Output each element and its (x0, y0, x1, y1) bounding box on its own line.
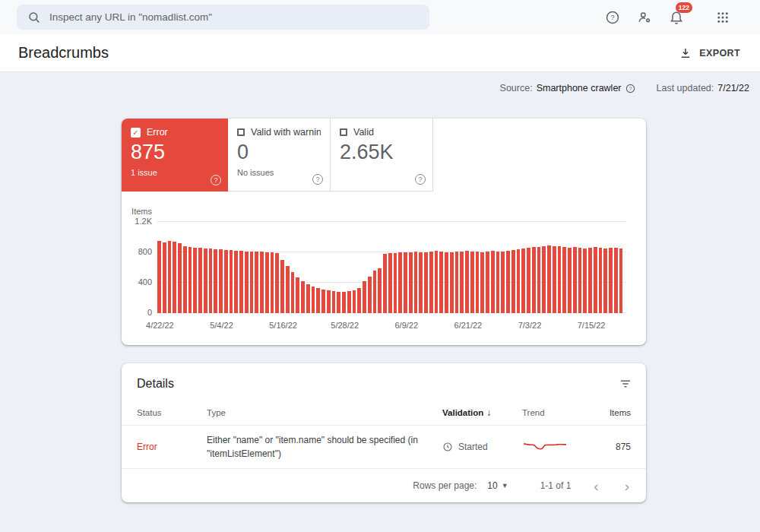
chart-bar[interactable] (501, 252, 505, 313)
chart-bar[interactable] (183, 246, 187, 313)
help-icon[interactable]: ? (625, 84, 635, 93)
chart-bar[interactable] (214, 249, 217, 314)
chart-bar[interactable] (286, 266, 290, 313)
rows-per-page-select[interactable]: 10 ▼ (487, 480, 508, 491)
help-button[interactable]: ? (603, 8, 622, 27)
chart-bar[interactable] (337, 292, 340, 314)
chart-bar[interactable] (301, 281, 305, 313)
chart-bar[interactable] (445, 252, 448, 314)
chart-bar[interactable] (547, 245, 551, 313)
chart-bar[interactable] (450, 252, 454, 313)
chart-bar[interactable] (260, 252, 264, 313)
chart-bar[interactable] (578, 248, 582, 314)
chart-bar[interactable] (224, 250, 228, 314)
chart-bar[interactable] (209, 249, 213, 313)
chart-bar[interactable] (188, 247, 192, 313)
chart-bar[interactable] (517, 249, 521, 313)
chart-bar[interactable] (321, 290, 325, 313)
chart-bar[interactable] (378, 268, 382, 313)
chart-bar[interactable] (388, 253, 392, 313)
chart-bar[interactable] (424, 252, 428, 313)
help-icon[interactable]: ? (211, 175, 221, 185)
notifications-button[interactable]: 122 (667, 8, 686, 27)
apps-grid-button[interactable] (714, 9, 731, 26)
chart-bar[interactable] (562, 247, 566, 313)
url-inspect-search[interactable]: Inspect any URL in "nomadlist.com" (17, 5, 429, 30)
chart-bar[interactable] (363, 281, 366, 313)
chart-bar[interactable] (163, 242, 166, 314)
chart-bar[interactable] (312, 287, 315, 313)
chart-bar[interactable] (553, 246, 556, 314)
help-icon[interactable]: ? (415, 174, 426, 185)
chart-bar[interactable] (250, 252, 254, 314)
chart-bar[interactable] (558, 246, 562, 313)
chart-bar[interactable] (429, 252, 433, 313)
chart-bar[interactable] (480, 252, 484, 314)
chart-bar[interactable] (332, 291, 336, 313)
table-row[interactable]: Error Either "name" or "item.name" shoul… (122, 426, 646, 469)
chart-bar[interactable] (460, 252, 464, 314)
filter-icon[interactable] (617, 375, 634, 392)
chart-bar[interactable] (435, 251, 439, 313)
chart-bar[interactable] (204, 249, 207, 314)
chart-bar[interactable] (419, 252, 423, 314)
chart-bar[interactable] (347, 291, 351, 313)
chart-bar[interactable] (265, 252, 269, 314)
chart-bar[interactable] (609, 248, 613, 313)
chart-bar[interactable] (280, 260, 284, 313)
chart-bar[interactable] (296, 277, 299, 313)
chart-bar[interactable] (491, 251, 495, 313)
chart-bar[interactable] (470, 252, 474, 314)
chart-bar[interactable] (178, 243, 182, 313)
chart-bar[interactable] (573, 247, 577, 313)
chart-bar[interactable] (383, 254, 387, 313)
tile-valid-with-warnings[interactable]: Valid with warnin… 0 No issues ? (228, 119, 331, 192)
chart-bar[interactable] (168, 241, 172, 314)
chart-bar[interactable] (455, 252, 459, 313)
chart-bar[interactable] (465, 251, 469, 313)
chart-bar[interactable] (414, 252, 418, 313)
column-validation-sort[interactable]: Validation ↓ (442, 407, 522, 418)
chart-bar[interactable] (511, 250, 515, 313)
help-icon[interactable]: ? (312, 174, 323, 185)
chart-bar[interactable] (542, 246, 546, 313)
chart-bar[interactable] (342, 292, 346, 313)
chart-bar[interactable] (271, 252, 274, 313)
checkbox-checked-icon[interactable]: ✓ (131, 128, 141, 138)
chart-bar[interactable] (157, 241, 161, 313)
next-page-button[interactable]: › (622, 477, 632, 495)
chart-bar[interactable] (255, 252, 258, 313)
tile-error[interactable]: ✓ Error 875 1 issue ? (122, 119, 228, 192)
chart-bar[interactable] (306, 284, 310, 313)
chart-bar[interactable] (496, 252, 500, 314)
checkbox-unchecked-icon[interactable] (340, 128, 347, 136)
chart-bar[interactable] (603, 249, 607, 314)
chart-bar[interactable] (193, 248, 197, 314)
chart-bar[interactable] (398, 252, 402, 313)
export-button[interactable]: EXPORT (671, 40, 748, 66)
chart-bar[interactable] (275, 253, 279, 313)
tile-valid[interactable]: Valid 2.65K ? (331, 119, 433, 192)
chart-bar[interactable] (537, 247, 541, 314)
chart-bar[interactable] (291, 272, 295, 313)
user-settings-button[interactable] (635, 8, 654, 27)
chart-bar[interactable] (316, 288, 320, 313)
chart-bar[interactable] (234, 251, 238, 314)
chart-bar[interactable] (173, 242, 176, 313)
chart-bar[interactable] (439, 252, 443, 314)
prev-page-button[interactable]: ‹ (591, 477, 601, 495)
chart-bar[interactable] (486, 252, 489, 314)
chart-bar[interactable] (357, 288, 361, 313)
chart-bar[interactable] (245, 252, 249, 314)
chart-bar[interactable] (527, 248, 530, 313)
chart-bar[interactable] (532, 247, 536, 313)
chart-bar[interactable] (373, 271, 377, 313)
chart-bar[interactable] (404, 252, 407, 314)
chart-bar[interactable] (198, 248, 202, 313)
chart-bar[interactable] (368, 277, 372, 313)
chart-bar[interactable] (476, 252, 480, 313)
chart-bar[interactable] (614, 248, 618, 314)
chart-bar[interactable] (588, 248, 592, 313)
chart-bar[interactable] (409, 252, 413, 313)
chart-bar[interactable] (230, 250, 233, 313)
